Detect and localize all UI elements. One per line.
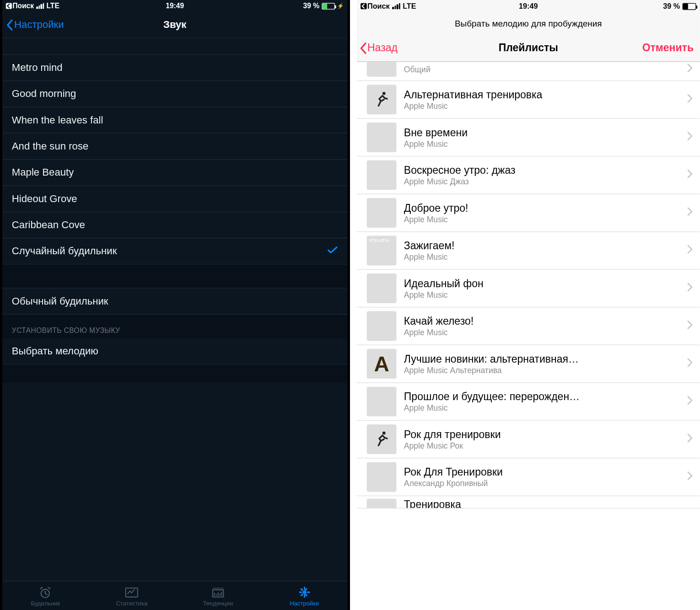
back-button[interactable]: Назад <box>359 42 398 54</box>
playlist-title: Прошлое и будущее: перерожден… <box>404 391 680 403</box>
cancel-button[interactable]: Отменить <box>642 42 694 54</box>
playlist-subtitle: Apple Music <box>404 214 680 224</box>
charging-icon: ⚡ <box>337 3 344 9</box>
nav-bar: Назад Плейлисты Отменить <box>357 35 700 62</box>
gear-icon <box>296 585 312 599</box>
sound-row[interactable]: Metro mind <box>2 55 347 81</box>
alarm-icon <box>38 585 53 599</box>
playlist-artwork <box>367 85 397 114</box>
playlist-artwork <box>367 424 397 454</box>
playlist-subtitle: Apple Music Джаз <box>404 177 680 186</box>
chevron-right-icon <box>688 207 693 218</box>
playlist-artwork <box>367 499 397 509</box>
modal-header: Выбрать мелодию для пробуждения <box>357 12 700 35</box>
status-time: 19:49 <box>166 2 184 10</box>
playlist-title: Вне времени <box>404 127 680 139</box>
sound-row[interactable]: Good morning <box>2 81 347 107</box>
sound-label: Hideout Grove <box>12 193 77 205</box>
status-time: 19:49 <box>519 2 538 11</box>
sound-label: Caribbean Cove <box>12 219 85 231</box>
signal-icon <box>392 3 400 10</box>
back-button[interactable]: Настройки <box>6 19 64 31</box>
playlist-row[interactable]: Тренировка <box>357 496 700 508</box>
tab-alarm[interactable]: Будильник <box>2 582 89 610</box>
status-back-label: Поиск <box>367 2 390 11</box>
tab-alarm-label: Будильник <box>31 599 60 606</box>
back-label: Назад <box>367 42 398 54</box>
pick-melody-label: Выбрать мелодию <box>12 345 98 357</box>
playlist-row[interactable]: Вне времениApple Music <box>357 119 700 157</box>
sound-row[interactable]: Caribbean Cove <box>2 212 347 238</box>
playlist-subtitle: Apple Music <box>404 327 680 337</box>
sound-list[interactable]: Metro mindGood morningWhen the leaves fa… <box>2 38 347 581</box>
tab-bar: Будильник Статистика Тенденции Настройки <box>2 581 347 610</box>
playlist-row[interactable]: Идеальный фонApple Music <box>357 270 700 308</box>
status-back-to-app[interactable]: Поиск <box>361 2 390 11</box>
playlist-subtitle: Общий <box>404 64 680 74</box>
checkmark-icon <box>327 245 338 257</box>
section-header-own-music: УСТАНОВИТЬ СВОЮ МУЗЫКУ <box>2 315 347 338</box>
sound-label: When the leaves fall <box>12 114 103 126</box>
sound-row[interactable]: When the leaves fall <box>2 107 347 134</box>
pick-melody-row[interactable]: Выбрать мелодию <box>2 338 347 364</box>
chevron-right-icon <box>688 170 693 181</box>
tab-stats[interactable]: Статистика <box>89 582 175 610</box>
tab-stats-label: Статистика <box>116 599 147 606</box>
sound-label: Случайный будильник <box>12 245 117 257</box>
sound-row[interactable]: Случайный будильник <box>2 238 347 264</box>
playlist-row[interactable]: Альтернативная тренировкаApple Music <box>357 81 700 119</box>
chevron-right-icon <box>688 132 693 143</box>
page-title: Плейлисты <box>499 42 558 54</box>
chevron-right-icon <box>688 433 693 444</box>
playlist-subtitle: Apple Music <box>404 403 680 412</box>
chevron-right-icon <box>688 64 693 75</box>
playlist-subtitle: Apple Music Рок <box>404 441 680 450</box>
modal-title: Выбрать мелодию для пробуждения <box>455 19 602 29</box>
playlist-title: Качай железо! <box>404 315 680 327</box>
chevron-right-icon <box>688 358 693 369</box>
sound-label: Good morning <box>12 88 76 100</box>
playlist-title: Воскресное утро: джаз <box>404 164 680 177</box>
status-back-label: Поиск <box>12 2 34 10</box>
playlist-artwork <box>367 273 397 303</box>
playlist-subtitle: Александр Кропивный <box>404 479 680 488</box>
playlist-row[interactable]: AЛучшие новинки: альтернативная…Apple Mu… <box>357 345 700 383</box>
playlist-artwork <box>367 123 397 152</box>
carrier-label: LTE <box>46 2 59 10</box>
playlist-row[interactable]: Качай железо!Apple Music <box>357 307 700 345</box>
chevron-right-icon <box>688 471 693 482</box>
playlist-subtitle: Apple Music Альтернатива <box>404 365 680 375</box>
playlist-row[interactable]: Воскресное утро: джазApple Music Джаз <box>357 156 700 194</box>
playlist-artwork <box>367 198 397 228</box>
page-title: Звук <box>163 19 186 31</box>
svg-point-6 <box>382 432 386 435</box>
stats-icon <box>124 585 140 599</box>
playlist-subtitle: Apple Music <box>404 139 680 148</box>
playlist-title: Рок для тренировки <box>404 428 680 441</box>
status-back-to-app[interactable]: Поиск <box>6 2 34 10</box>
tab-trends[interactable]: Тенденции <box>175 582 261 610</box>
tab-settings[interactable]: Настройки <box>261 582 348 610</box>
playlist-artwork <box>367 160 397 190</box>
playlist-row[interactable]: Прошлое и будущее: перерожден…Apple Musi… <box>357 383 700 421</box>
svg-point-5 <box>382 92 386 95</box>
playlist-row[interactable]: IT'S LIT!!!Зажигаем!Apple Music <box>357 232 700 270</box>
sound-row[interactable]: Maple Beauty <box>2 160 347 186</box>
playlist-artwork: A <box>367 349 397 379</box>
playlist-title: Лучшие новинки: альтернативная… <box>404 353 680 365</box>
signal-icon <box>36 3 44 9</box>
sound-label: Maple Beauty <box>12 166 74 178</box>
standard-alarm-row[interactable]: Обычный будильник <box>2 289 347 315</box>
playlist-row[interactable]: Общий <box>357 62 700 81</box>
status-bar-left: Поиск LTE 19:49 39 % ⚡ <box>2 0 347 12</box>
playlist-row[interactable]: Рок Для ТренировкиАлександр Кропивный <box>357 459 700 497</box>
playlist-artwork <box>367 311 397 341</box>
sound-label: And the sun rose <box>12 140 88 152</box>
playlist-row[interactable]: Доброе утро!Apple Music <box>357 194 700 232</box>
sound-row[interactable]: And the sun rose <box>2 134 347 160</box>
playlist-artwork: IT'S LIT!!! <box>367 235 397 265</box>
sound-row[interactable]: Hideout Grove <box>2 186 347 212</box>
nav-bar: Настройки Звук <box>2 12 347 38</box>
playlist-row[interactable]: Рок для тренировкиApple Music Рок <box>357 421 700 459</box>
playlist-list[interactable]: ОбщийАльтернативная тренировкаApple Musi… <box>357 62 700 609</box>
